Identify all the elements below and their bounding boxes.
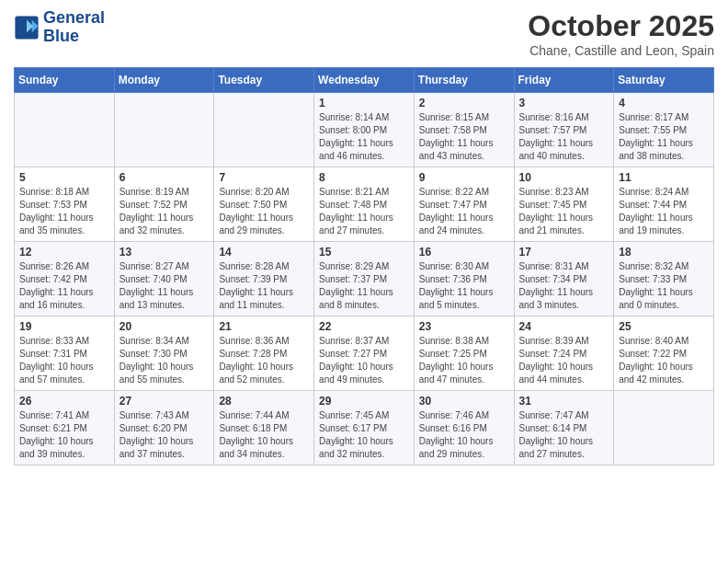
day-number: 27 [119, 395, 210, 408]
day-number: 30 [419, 395, 509, 408]
day-number: 5 [19, 171, 109, 184]
day-number: 15 [319, 246, 409, 259]
calendar-cell: 13Sunrise: 8:27 AM Sunset: 7:40 PM Dayli… [114, 242, 214, 316]
day-number: 24 [519, 320, 609, 333]
day-info: Sunrise: 8:27 AM Sunset: 7:40 PM Dayligh… [119, 260, 210, 312]
day-info: Sunrise: 7:44 AM Sunset: 6:18 PM Dayligh… [219, 409, 309, 461]
day-number: 14 [219, 246, 309, 259]
calendar-cell: 24Sunrise: 8:39 AM Sunset: 7:24 PM Dayli… [514, 316, 614, 391]
day-info: Sunrise: 8:16 AM Sunset: 7:57 PM Dayligh… [519, 111, 609, 163]
calendar-body: 1Sunrise: 8:14 AM Sunset: 8:00 PM Daylig… [15, 93, 714, 465]
calendar-cell: 7Sunrise: 8:20 AM Sunset: 7:50 PM Daylig… [214, 167, 314, 242]
day-info: Sunrise: 8:37 AM Sunset: 7:27 PM Dayligh… [319, 335, 409, 386]
header-row: SundayMondayTuesdayWednesdayThursdayFrid… [15, 68, 714, 93]
calendar-cell: 10Sunrise: 8:23 AM Sunset: 7:45 PM Dayli… [514, 167, 614, 242]
calendar-cell: 6Sunrise: 8:19 AM Sunset: 7:52 PM Daylig… [114, 167, 214, 242]
day-info: Sunrise: 8:22 AM Sunset: 7:47 PM Dayligh… [419, 186, 509, 237]
day-header-monday: Monday [114, 68, 214, 93]
calendar-week-5: 26Sunrise: 7:41 AM Sunset: 6:21 PM Dayli… [15, 391, 714, 465]
calendar-cell [214, 93, 314, 167]
calendar-cell: 18Sunrise: 8:32 AM Sunset: 7:33 PM Dayli… [614, 242, 714, 316]
calendar-cell: 3Sunrise: 8:16 AM Sunset: 7:57 PM Daylig… [514, 93, 614, 167]
calendar-cell: 8Sunrise: 8:21 AM Sunset: 7:48 PM Daylig… [314, 167, 415, 242]
day-number: 2 [419, 97, 509, 109]
day-number: 6 [119, 171, 210, 184]
calendar-cell: 20Sunrise: 8:34 AM Sunset: 7:30 PM Dayli… [114, 316, 214, 391]
calendar-cell: 14Sunrise: 8:28 AM Sunset: 7:39 PM Dayli… [214, 242, 314, 316]
calendar-cell: 28Sunrise: 7:44 AM Sunset: 6:18 PM Dayli… [214, 391, 314, 465]
day-number: 1 [319, 97, 409, 109]
day-info: Sunrise: 7:46 AM Sunset: 6:16 PM Dayligh… [419, 409, 509, 461]
calendar-cell: 16Sunrise: 8:30 AM Sunset: 7:36 PM Dayli… [414, 242, 514, 316]
day-info: Sunrise: 7:43 AM Sunset: 6:20 PM Dayligh… [119, 409, 210, 461]
logo-line1: General [43, 8, 105, 27]
day-info: Sunrise: 8:19 AM Sunset: 7:52 PM Dayligh… [119, 186, 210, 237]
day-info: Sunrise: 8:14 AM Sunset: 8:00 PM Dayligh… [319, 111, 409, 163]
day-info: Sunrise: 8:20 AM Sunset: 7:50 PM Dayligh… [219, 186, 309, 237]
calendar-header: SundayMondayTuesdayWednesdayThursdayFrid… [15, 68, 714, 93]
day-header-tuesday: Tuesday [214, 68, 314, 93]
day-info: Sunrise: 8:21 AM Sunset: 7:48 PM Dayligh… [319, 186, 409, 237]
day-header-saturday: Saturday [614, 68, 714, 93]
calendar-week-4: 19Sunrise: 8:33 AM Sunset: 7:31 PM Dayli… [15, 316, 714, 391]
day-number: 17 [519, 246, 609, 259]
title-block: October 2025 Chane, Castille and Leon, S… [528, 9, 714, 58]
day-info: Sunrise: 8:18 AM Sunset: 7:53 PM Dayligh… [19, 186, 109, 237]
day-number: 22 [319, 320, 409, 333]
day-number: 13 [119, 246, 210, 259]
day-number: 16 [419, 246, 509, 259]
calendar-cell: 31Sunrise: 7:47 AM Sunset: 6:14 PM Dayli… [514, 391, 614, 465]
day-number: 18 [619, 246, 709, 259]
day-number: 11 [619, 171, 709, 184]
logo: General Blue [14, 9, 105, 46]
calendar-cell: 21Sunrise: 8:36 AM Sunset: 7:28 PM Dayli… [214, 316, 314, 391]
month-title: October 2025 [528, 9, 714, 43]
day-number: 3 [519, 97, 609, 109]
header: General Blue October 2025 Chane, Castill… [14, 9, 714, 58]
day-info: Sunrise: 7:41 AM Sunset: 6:21 PM Dayligh… [19, 409, 109, 461]
calendar-cell [114, 93, 214, 167]
day-number: 21 [219, 320, 309, 333]
day-header-thursday: Thursday [414, 68, 514, 93]
day-info: Sunrise: 8:29 AM Sunset: 7:37 PM Dayligh… [319, 260, 409, 312]
day-info: Sunrise: 8:39 AM Sunset: 7:24 PM Dayligh… [519, 335, 609, 386]
calendar-cell: 4Sunrise: 8:17 AM Sunset: 7:55 PM Daylig… [614, 93, 714, 167]
page-container: General Blue October 2025 Chane, Castill… [0, 0, 728, 475]
day-header-wednesday: Wednesday [314, 68, 415, 93]
day-info: Sunrise: 7:47 AM Sunset: 6:14 PM Dayligh… [519, 409, 609, 461]
calendar-cell [15, 93, 115, 167]
calendar-cell: 12Sunrise: 8:26 AM Sunset: 7:42 PM Dayli… [15, 242, 115, 316]
logo-icon [14, 15, 40, 40]
calendar-cell: 9Sunrise: 8:22 AM Sunset: 7:47 PM Daylig… [414, 167, 514, 242]
calendar-week-3: 12Sunrise: 8:26 AM Sunset: 7:42 PM Dayli… [15, 242, 714, 316]
calendar-cell: 25Sunrise: 8:40 AM Sunset: 7:22 PM Dayli… [614, 316, 714, 391]
calendar-cell: 1Sunrise: 8:14 AM Sunset: 8:00 PM Daylig… [314, 93, 415, 167]
calendar-cell: 23Sunrise: 8:38 AM Sunset: 7:25 PM Dayli… [414, 316, 514, 391]
logo-text: General Blue [43, 9, 105, 46]
day-number: 25 [619, 320, 709, 333]
day-info: Sunrise: 8:30 AM Sunset: 7:36 PM Dayligh… [419, 260, 509, 312]
calendar-cell: 30Sunrise: 7:46 AM Sunset: 6:16 PM Dayli… [414, 391, 514, 465]
day-info: Sunrise: 8:26 AM Sunset: 7:42 PM Dayligh… [19, 260, 109, 312]
calendar-week-2: 5Sunrise: 8:18 AM Sunset: 7:53 PM Daylig… [15, 167, 714, 242]
day-number: 10 [519, 171, 609, 184]
day-number: 19 [19, 320, 109, 333]
day-header-friday: Friday [514, 68, 614, 93]
day-info: Sunrise: 8:32 AM Sunset: 7:33 PM Dayligh… [619, 260, 709, 312]
calendar-week-1: 1Sunrise: 8:14 AM Sunset: 8:00 PM Daylig… [15, 93, 714, 167]
calendar-cell: 11Sunrise: 8:24 AM Sunset: 7:44 PM Dayli… [614, 167, 714, 242]
day-info: Sunrise: 8:28 AM Sunset: 7:39 PM Dayligh… [219, 260, 309, 312]
calendar-cell: 19Sunrise: 8:33 AM Sunset: 7:31 PM Dayli… [15, 316, 115, 391]
day-number: 31 [519, 395, 609, 408]
day-info: Sunrise: 8:15 AM Sunset: 7:58 PM Dayligh… [419, 111, 509, 163]
calendar-cell: 15Sunrise: 8:29 AM Sunset: 7:37 PM Dayli… [314, 242, 415, 316]
day-number: 4 [619, 97, 709, 109]
calendar-cell: 29Sunrise: 7:45 AM Sunset: 6:17 PM Dayli… [314, 391, 415, 465]
day-header-sunday: Sunday [15, 68, 115, 93]
calendar-cell: 17Sunrise: 8:31 AM Sunset: 7:34 PM Dayli… [514, 242, 614, 316]
day-info: Sunrise: 8:33 AM Sunset: 7:31 PM Dayligh… [19, 335, 109, 386]
day-info: Sunrise: 8:23 AM Sunset: 7:45 PM Dayligh… [519, 186, 609, 237]
day-number: 8 [319, 171, 409, 184]
day-info: Sunrise: 8:38 AM Sunset: 7:25 PM Dayligh… [419, 335, 509, 386]
calendar-cell [614, 391, 714, 465]
